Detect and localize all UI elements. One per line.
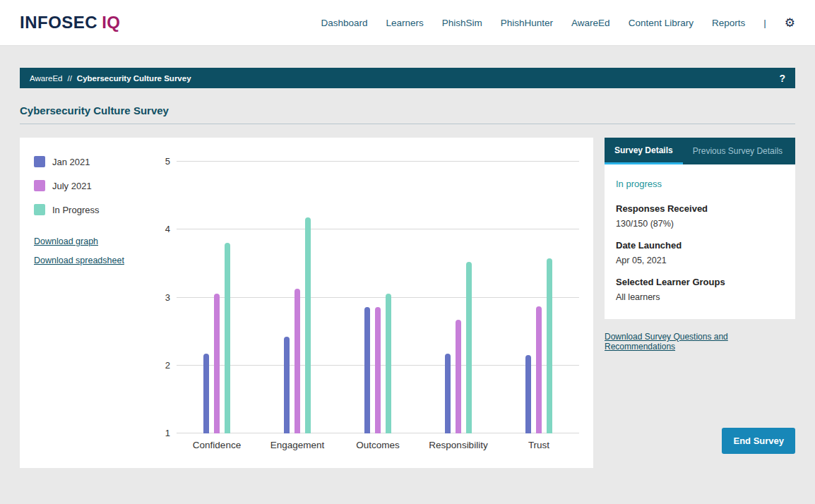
legend-label-july-2021: July 2021: [52, 181, 92, 191]
x-label-engagement: Engagement: [257, 440, 338, 450]
legend-item-july-2021: July 2021: [34, 180, 158, 191]
chart-plot: [177, 162, 579, 433]
survey-status: In progress: [616, 179, 784, 189]
field-label-responses-received: Responses Received: [616, 203, 784, 214]
chart-legend: Jan 2021July 2021In Progress: [34, 156, 158, 215]
nav-item-learners[interactable]: Learners: [386, 18, 423, 28]
bar-confidence-in-progress: [225, 243, 230, 433]
chart-card: Jan 2021July 2021In Progress Download gr…: [20, 138, 593, 468]
bar-chart: 12345 ConfidenceEngagementOutcomesRespon…: [158, 153, 579, 452]
breadcrumb-separator: //: [67, 74, 71, 83]
breadcrumb-current: Cybersecurity Culture Survey: [77, 74, 191, 83]
x-label-confidence: Confidence: [177, 440, 257, 450]
chart-links: Download graphDownload spreadsheet: [34, 236, 158, 265]
legend-label-in-progress: In Progress: [52, 205, 99, 215]
y-tick-4: 4: [165, 224, 170, 234]
legend-label-jan-2021: Jan 2021: [52, 157, 90, 167]
y-tick-3: 3: [165, 292, 170, 303]
field-date-launched: Date LaunchedApr 05, 2021: [616, 240, 784, 265]
bar-group-responsibility: [418, 162, 499, 433]
field-label-selected-learner-groups: Selected Learner Groups: [616, 277, 784, 287]
nav-item-reports[interactable]: Reports: [712, 18, 745, 28]
top-header: INFOSECIQ DashboardLearnersPhishSimPhish…: [0, 0, 815, 46]
nav-divider: |: [763, 18, 766, 28]
chart-left-panel: Jan 2021July 2021In Progress Download gr…: [34, 153, 158, 452]
tab-previous-survey-details[interactable]: Previous Survey Details: [683, 138, 792, 164]
bar-group-confidence: [177, 162, 257, 433]
bar-group-trust: [499, 162, 579, 433]
bar-outcomes-jan-2021: [364, 307, 370, 433]
bar-group-engagement: [257, 162, 338, 433]
legend-item-in-progress: In Progress: [34, 204, 158, 215]
legend-item-jan-2021: Jan 2021: [34, 156, 158, 167]
download-spreadsheet-link[interactable]: Download spreadsheet: [34, 256, 158, 265]
legend-swatch-jan-2021: [34, 156, 45, 167]
title-divider: [20, 124, 795, 124]
y-tick-2: 2: [165, 360, 170, 371]
bar-confidence-jan-2021: [203, 354, 209, 433]
survey-fields: Responses Received130/150 (87%)Date Laun…: [616, 203, 784, 302]
field-value-date-launched: Apr 05, 2021: [616, 256, 784, 265]
plot-wrap: ConfidenceEngagementOutcomesResponsibili…: [177, 162, 579, 452]
download-survey-questions-link[interactable]: Download Survey Questions and Recommenda…: [605, 332, 795, 352]
legend-swatch-july-2021: [34, 180, 45, 191]
bar-responsibility-in-progress: [466, 262, 472, 433]
survey-details-body: In progress Responses Received130/150 (8…: [605, 164, 795, 319]
nav-item-awareed[interactable]: AwareEd: [571, 18, 610, 28]
help-icon[interactable]: ?: [779, 73, 785, 84]
bar-engagement-july-2021: [295, 289, 300, 433]
logo-text-primary: INFOSEC: [20, 13, 97, 32]
infosec-iq-logo[interactable]: INFOSECIQ: [20, 13, 121, 32]
page-content: AwareEd // Cybersecurity Culture Survey …: [0, 46, 815, 468]
field-responses-received: Responses Received130/150 (87%): [616, 203, 784, 229]
download-graph-link[interactable]: Download graph: [34, 236, 158, 246]
gear-icon[interactable]: ⚙: [785, 17, 795, 29]
bar-engagement-jan-2021: [284, 337, 290, 433]
bar-responsibility-july-2021: [456, 320, 461, 433]
survey-details-tabs: Survey DetailsPrevious Survey Details: [605, 138, 795, 164]
legend-swatch-in-progress: [34, 204, 45, 215]
field-value-selected-learner-groups: All learners: [616, 292, 784, 302]
y-tick-1: 1: [165, 428, 170, 438]
x-label-trust: Trust: [499, 440, 579, 450]
field-label-date-launched: Date Launched: [616, 240, 784, 251]
bar-engagement-in-progress: [305, 217, 311, 433]
bar-trust-jan-2021: [525, 355, 531, 433]
bar-group-outcomes: [338, 162, 418, 433]
x-label-responsibility: Responsibility: [418, 440, 499, 450]
nav-item-dashboard[interactable]: Dashboard: [321, 18, 367, 28]
field-selected-learner-groups: Selected Learner GroupsAll learners: [616, 277, 784, 302]
end-survey-button[interactable]: End Survey: [722, 428, 795, 454]
bar-confidence-july-2021: [214, 294, 220, 433]
main-row: Jan 2021July 2021In Progress Download gr…: [20, 138, 795, 468]
bar-outcomes-in-progress: [386, 294, 391, 433]
bar-responsibility-jan-2021: [445, 354, 451, 433]
right-column: Survey DetailsPrevious Survey Details In…: [605, 138, 795, 454]
end-survey-wrap: End Survey: [605, 428, 795, 454]
survey-details-card: Survey DetailsPrevious Survey Details In…: [605, 138, 795, 319]
y-tick-5: 5: [165, 156, 170, 167]
y-axis: 12345: [158, 162, 177, 433]
logo-text-accent: IQ: [102, 13, 120, 32]
nav-item-phishsim[interactable]: PhishSim: [442, 18, 482, 28]
breadcrumb-awareed[interactable]: AwareEd: [30, 74, 62, 83]
tab-survey-details[interactable]: Survey Details: [605, 138, 683, 164]
x-label-outcomes: Outcomes: [338, 440, 418, 450]
bar-groups: [177, 162, 579, 433]
breadcrumb: AwareEd // Cybersecurity Culture Survey …: [20, 68, 795, 88]
main-nav: DashboardLearnersPhishSimPhishHunterAwar…: [321, 17, 795, 29]
bar-outcomes-july-2021: [375, 307, 381, 433]
nav-item-content-library[interactable]: Content Library: [629, 18, 694, 28]
field-value-responses-received: 130/150 (87%): [616, 219, 784, 229]
nav-item-phishhunter[interactable]: PhishHunter: [501, 18, 553, 28]
page-title: Cybersecurity Culture Survey: [20, 104, 795, 116]
x-axis-labels: ConfidenceEngagementOutcomesResponsibili…: [177, 440, 579, 450]
bar-trust-in-progress: [547, 258, 552, 433]
bar-trust-july-2021: [536, 306, 542, 433]
